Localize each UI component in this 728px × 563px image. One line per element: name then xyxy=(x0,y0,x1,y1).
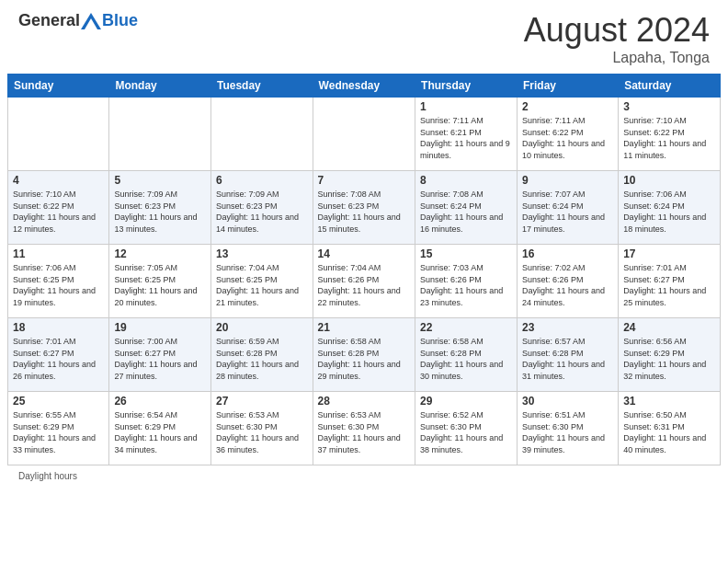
table-cell: 11Sunrise: 7:06 AM Sunset: 6:25 PM Dayli… xyxy=(8,245,109,318)
day-number: 9 xyxy=(522,174,613,187)
day-number: 20 xyxy=(216,321,308,334)
logo-icon xyxy=(81,13,101,29)
day-number: 12 xyxy=(114,247,206,260)
day-number: 1 xyxy=(420,100,512,113)
day-info: Sunrise: 7:06 AM Sunset: 6:25 PM Dayligh… xyxy=(13,262,104,308)
table-cell xyxy=(210,98,313,171)
table-cell: 10Sunrise: 7:06 AM Sunset: 6:24 PM Dayli… xyxy=(619,171,721,245)
calendar-week-row: 11Sunrise: 7:06 AM Sunset: 6:25 PM Dayli… xyxy=(8,245,721,318)
table-cell: 23Sunrise: 6:57 AM Sunset: 6:28 PM Dayli… xyxy=(518,318,619,392)
day-info: Sunrise: 6:55 AM Sunset: 6:29 PM Dayligh… xyxy=(13,409,104,455)
day-number: 24 xyxy=(623,321,715,334)
calendar-week-row: 25Sunrise: 6:55 AM Sunset: 6:29 PM Dayli… xyxy=(8,392,721,465)
calendar-header: Sunday Monday Tuesday Wednesday Thursday… xyxy=(8,75,721,98)
day-info: Sunrise: 7:11 AM Sunset: 6:22 PM Dayligh… xyxy=(522,115,613,161)
table-cell: 8Sunrise: 7:08 AM Sunset: 6:24 PM Daylig… xyxy=(415,171,518,245)
day-number: 25 xyxy=(13,395,104,408)
day-info: Sunrise: 7:00 AM Sunset: 6:27 PM Dayligh… xyxy=(114,336,206,382)
table-cell: 28Sunrise: 6:53 AM Sunset: 6:30 PM Dayli… xyxy=(313,392,415,465)
day-info: Sunrise: 7:10 AM Sunset: 6:22 PM Dayligh… xyxy=(623,115,715,161)
day-info: Sunrise: 7:08 AM Sunset: 6:24 PM Dayligh… xyxy=(420,189,512,235)
table-cell: 7Sunrise: 7:08 AM Sunset: 6:23 PM Daylig… xyxy=(313,171,415,245)
day-info: Sunrise: 7:06 AM Sunset: 6:24 PM Dayligh… xyxy=(623,189,715,235)
day-info: Sunrise: 7:10 AM Sunset: 6:22 PM Dayligh… xyxy=(13,189,104,235)
daylight-label: Daylight hours xyxy=(18,471,77,481)
day-info: Sunrise: 7:08 AM Sunset: 6:23 PM Dayligh… xyxy=(318,189,410,235)
day-info: Sunrise: 6:59 AM Sunset: 6:28 PM Dayligh… xyxy=(216,336,308,382)
day-info: Sunrise: 6:53 AM Sunset: 6:30 PM Dayligh… xyxy=(318,409,410,455)
table-cell: 13Sunrise: 7:04 AM Sunset: 6:25 PM Dayli… xyxy=(210,245,313,318)
calendar-week-row: 18Sunrise: 7:01 AM Sunset: 6:27 PM Dayli… xyxy=(8,318,721,392)
day-number: 28 xyxy=(318,395,410,408)
col-thursday: Thursday xyxy=(415,75,518,98)
day-number: 14 xyxy=(318,247,410,260)
day-number: 26 xyxy=(114,395,206,408)
table-cell xyxy=(109,98,211,171)
col-wednesday: Wednesday xyxy=(313,75,415,98)
day-info: Sunrise: 6:56 AM Sunset: 6:29 PM Dayligh… xyxy=(623,336,715,382)
day-number: 18 xyxy=(13,321,104,334)
table-cell: 27Sunrise: 6:53 AM Sunset: 6:30 PM Dayli… xyxy=(210,392,313,465)
day-number: 3 xyxy=(623,100,715,113)
col-monday: Monday xyxy=(109,75,211,98)
day-info: Sunrise: 7:05 AM Sunset: 6:25 PM Dayligh… xyxy=(114,262,206,308)
day-info: Sunrise: 7:09 AM Sunset: 6:23 PM Dayligh… xyxy=(114,189,206,235)
table-cell: 26Sunrise: 6:54 AM Sunset: 6:29 PM Dayli… xyxy=(109,392,211,465)
logo[interactable]: General Blue xyxy=(18,11,138,30)
col-friday: Friday xyxy=(518,75,619,98)
day-info: Sunrise: 6:57 AM Sunset: 6:28 PM Dayligh… xyxy=(522,336,613,382)
table-cell: 22Sunrise: 6:58 AM Sunset: 6:28 PM Dayli… xyxy=(415,318,518,392)
table-cell: 31Sunrise: 6:50 AM Sunset: 6:31 PM Dayli… xyxy=(619,392,721,465)
table-cell: 21Sunrise: 6:58 AM Sunset: 6:28 PM Dayli… xyxy=(313,318,415,392)
day-number: 16 xyxy=(522,247,613,260)
day-number: 7 xyxy=(318,174,410,187)
day-info: Sunrise: 6:58 AM Sunset: 6:28 PM Dayligh… xyxy=(420,336,512,382)
table-cell: 2Sunrise: 7:11 AM Sunset: 6:22 PM Daylig… xyxy=(518,98,619,171)
day-number: 17 xyxy=(623,247,715,260)
location-label: Lapaha, Tonga xyxy=(524,50,710,66)
day-number: 11 xyxy=(13,247,104,260)
day-number: 10 xyxy=(623,174,715,187)
table-cell: 24Sunrise: 6:56 AM Sunset: 6:29 PM Dayli… xyxy=(619,318,721,392)
table-cell: 16Sunrise: 7:02 AM Sunset: 6:26 PM Dayli… xyxy=(518,245,619,318)
table-cell: 5Sunrise: 7:09 AM Sunset: 6:23 PM Daylig… xyxy=(109,171,211,245)
day-info: Sunrise: 7:01 AM Sunset: 6:27 PM Dayligh… xyxy=(623,262,715,308)
day-info: Sunrise: 6:52 AM Sunset: 6:30 PM Dayligh… xyxy=(420,409,512,455)
month-year-title: August 2024 xyxy=(524,11,710,50)
table-cell: 12Sunrise: 7:05 AM Sunset: 6:25 PM Dayli… xyxy=(109,245,211,318)
day-number: 5 xyxy=(114,174,206,187)
table-cell: 3Sunrise: 7:10 AM Sunset: 6:22 PM Daylig… xyxy=(619,98,721,171)
table-cell xyxy=(8,98,109,171)
day-info: Sunrise: 7:04 AM Sunset: 6:26 PM Dayligh… xyxy=(318,262,410,308)
day-info: Sunrise: 7:01 AM Sunset: 6:27 PM Dayligh… xyxy=(13,336,104,382)
day-info: Sunrise: 7:04 AM Sunset: 6:25 PM Dayligh… xyxy=(216,262,308,308)
table-cell: 20Sunrise: 6:59 AM Sunset: 6:28 PM Dayli… xyxy=(210,318,313,392)
table-cell: 19Sunrise: 7:00 AM Sunset: 6:27 PM Dayli… xyxy=(109,318,211,392)
table-cell: 6Sunrise: 7:09 AM Sunset: 6:23 PM Daylig… xyxy=(210,171,313,245)
footer: Daylight hours xyxy=(0,465,728,487)
day-info: Sunrise: 7:11 AM Sunset: 6:21 PM Dayligh… xyxy=(420,115,512,161)
day-number: 6 xyxy=(216,174,308,187)
day-number: 21 xyxy=(318,321,410,334)
day-info: Sunrise: 7:07 AM Sunset: 6:24 PM Dayligh… xyxy=(522,189,613,235)
table-cell: 18Sunrise: 7:01 AM Sunset: 6:27 PM Dayli… xyxy=(8,318,109,392)
table-cell: 25Sunrise: 6:55 AM Sunset: 6:29 PM Dayli… xyxy=(8,392,109,465)
col-tuesday: Tuesday xyxy=(210,75,313,98)
day-info: Sunrise: 6:54 AM Sunset: 6:29 PM Dayligh… xyxy=(114,409,206,455)
page-header: General Blue August 2024 Lapaha, Tonga xyxy=(0,0,728,74)
day-number: 27 xyxy=(216,395,308,408)
day-info: Sunrise: 7:03 AM Sunset: 6:26 PM Dayligh… xyxy=(420,262,512,308)
day-number: 23 xyxy=(522,321,613,334)
day-number: 8 xyxy=(420,174,512,187)
table-cell: 17Sunrise: 7:01 AM Sunset: 6:27 PM Dayli… xyxy=(619,245,721,318)
table-cell: 15Sunrise: 7:03 AM Sunset: 6:26 PM Dayli… xyxy=(415,245,518,318)
table-cell: 30Sunrise: 6:51 AM Sunset: 6:30 PM Dayli… xyxy=(518,392,619,465)
day-info: Sunrise: 6:51 AM Sunset: 6:30 PM Dayligh… xyxy=(522,409,613,455)
day-number: 19 xyxy=(114,321,206,334)
day-info: Sunrise: 7:09 AM Sunset: 6:23 PM Dayligh… xyxy=(216,189,308,235)
title-block: August 2024 Lapaha, Tonga xyxy=(524,11,710,66)
table-cell xyxy=(313,98,415,171)
table-cell: 29Sunrise: 6:52 AM Sunset: 6:30 PM Dayli… xyxy=(415,392,518,465)
col-saturday: Saturday xyxy=(619,75,721,98)
table-cell: 1Sunrise: 7:11 AM Sunset: 6:21 PM Daylig… xyxy=(415,98,518,171)
